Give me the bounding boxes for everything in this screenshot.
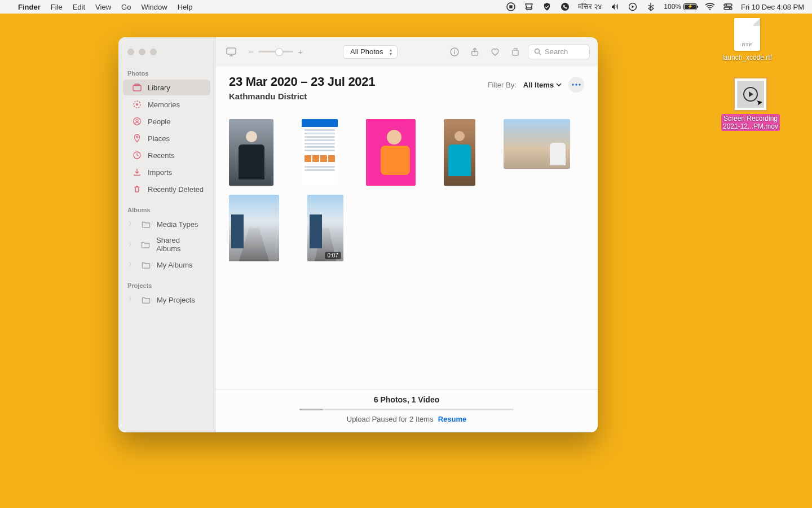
photo-thumbnail[interactable] <box>229 195 279 261</box>
filter-by-button[interactable]: All Items <box>523 81 562 89</box>
svg-rect-6 <box>724 7 732 10</box>
menubar-right: मंसिर २४ 100% ⚡ Fri 10 Dec 4 <box>506 2 804 12</box>
photo-thumbnail[interactable] <box>504 119 570 169</box>
volume-icon[interactable] <box>610 2 620 12</box>
sidebar-item-media-types[interactable]: 〉 Media Types <box>123 216 210 232</box>
chevron-down-icon <box>556 82 562 87</box>
svg-rect-17 <box>227 48 236 54</box>
photos-window: Photos Library Memories People <box>118 37 598 432</box>
sidebar-item-recents[interactable]: Recents <box>123 147 210 163</box>
cursor-icon: ➤ <box>756 97 764 107</box>
view-select[interactable]: All Photos ▲▼ <box>343 45 398 59</box>
folder-icon <box>141 239 151 249</box>
photo-thumbnail[interactable] <box>444 119 475 186</box>
svg-point-25 <box>575 84 577 85</box>
photo-thumbnail[interactable] <box>302 119 338 186</box>
svg-point-26 <box>579 84 580 85</box>
zoom-knob[interactable] <box>276 49 283 55</box>
video-thumbnail[interactable]: 0:07 <box>307 195 343 261</box>
sidebar-item-people[interactable]: People <box>123 113 210 129</box>
chevron-right-icon: 〉 <box>127 220 135 228</box>
desktop-file-mov[interactable]: ➤ Screen Recording 2021-12...PM.mov <box>720 77 782 131</box>
sidebar-section-albums-label: Albums <box>118 203 215 216</box>
window-close-button[interactable] <box>127 49 134 55</box>
menubar-clock[interactable]: Fri 10 Dec 4:08 PM <box>741 3 804 11</box>
control-center-icon[interactable] <box>723 2 733 12</box>
svg-point-15 <box>136 136 138 138</box>
svg-rect-5 <box>724 4 732 6</box>
sidebar-item-label: Media Types <box>157 220 198 229</box>
search-input[interactable]: Search <box>528 45 590 59</box>
photo-grid[interactable]: 0:07 <box>215 106 598 389</box>
slideshow-button[interactable] <box>223 44 239 60</box>
svg-point-14 <box>136 120 138 122</box>
battery-status[interactable]: 100% ⚡ <box>664 3 697 11</box>
sidebar-item-memories[interactable]: Memories <box>123 97 210 112</box>
menu-file[interactable]: File <box>51 3 63 11</box>
sidebar-item-recently-deleted[interactable]: Recently Deleted <box>123 181 210 197</box>
ellipsis-icon <box>572 84 581 86</box>
zoom-track[interactable] <box>258 51 293 52</box>
sidebar-item-places[interactable]: Places <box>123 130 210 146</box>
menu-window[interactable]: Window <box>141 3 167 11</box>
wifi-icon[interactable] <box>705 2 715 12</box>
desktop-file-rtf[interactable]: RTF launch_xcode.rtf <box>716 18 778 62</box>
menu-help[interactable]: Help <box>178 3 193 11</box>
sidebar-item-label: My Projects <box>157 296 195 304</box>
svg-point-2 <box>561 3 569 11</box>
sidebar-item-label: Places <box>148 134 170 143</box>
more-button[interactable] <box>568 77 584 93</box>
folder-icon <box>141 260 151 270</box>
upload-progress <box>299 409 514 410</box>
sidebar-item-my-albums[interactable]: 〉 My Albums <box>123 257 210 273</box>
sidebar-item-label: Recents <box>148 151 175 160</box>
sidebar-item-imports[interactable]: Imports <box>123 164 210 180</box>
sidebar-item-my-projects[interactable]: 〉 My Projects <box>123 292 210 308</box>
menubar-app-name[interactable]: Finder <box>18 3 41 11</box>
sidebar-item-shared-albums[interactable]: 〉 Shared Albums <box>123 233 210 256</box>
zoom-slider[interactable]: − + <box>247 47 304 56</box>
sidebar-section-projects-label: Projects <box>118 279 215 291</box>
shield-icon[interactable] <box>542 2 552 12</box>
window-minimize-button[interactable] <box>139 49 145 55</box>
svg-point-19 <box>454 49 455 50</box>
toolbar: − + All Photos ▲▼ <box>215 37 598 67</box>
menubar-left: Finder File Edit View Go Window Help <box>8 3 192 11</box>
window-zoom-button[interactable] <box>150 49 157 55</box>
menu-edit[interactable]: Edit <box>73 3 85 11</box>
date-range-title: 23 Mar 2020 – 23 Jul 2021 <box>229 75 488 89</box>
photo-thumbnail[interactable] <box>366 119 416 186</box>
sidebar-item-label: My Albums <box>157 261 193 269</box>
filter-value-text: All Items <box>523 81 554 89</box>
imports-icon <box>132 167 142 177</box>
sidebar-item-library[interactable]: Library <box>123 80 210 95</box>
record-stop-icon[interactable] <box>506 2 516 12</box>
info-button[interactable] <box>447 44 462 60</box>
tray-icon[interactable] <box>524 2 534 12</box>
rtf-badge: RTF <box>734 42 760 47</box>
svg-point-12 <box>136 103 138 106</box>
bluetooth-icon[interactable] <box>646 2 656 12</box>
battery-percentage: 100% <box>664 3 681 11</box>
recents-icon <box>132 150 142 160</box>
favorite-button[interactable] <box>487 44 503 60</box>
battery-icon: ⚡ <box>683 3 697 10</box>
zoom-in-button[interactable]: + <box>297 47 304 56</box>
svg-rect-10 <box>135 84 139 86</box>
sidebar: Photos Library Memories People <box>118 37 215 432</box>
upload-status: Upload Paused for 2 Items Resume <box>347 415 467 423</box>
rotate-button[interactable] <box>508 44 523 60</box>
photo-thumbnail[interactable] <box>229 119 273 186</box>
zoom-out-button[interactable]: − <box>247 47 255 56</box>
viber-icon[interactable] <box>560 2 570 12</box>
menu-view[interactable]: View <box>95 3 111 11</box>
window-traffic-lights <box>118 37 215 67</box>
menu-go[interactable]: Go <box>121 3 131 11</box>
menubar: Finder File Edit View Go Window Help मंस… <box>0 0 812 14</box>
resume-button[interactable]: Resume <box>438 415 467 423</box>
now-playing-icon[interactable] <box>628 2 638 12</box>
share-button[interactable] <box>467 44 483 60</box>
people-icon <box>132 116 142 126</box>
menubar-date-nepali[interactable]: मंसिर २४ <box>578 2 602 11</box>
location-subtitle: Kathmandu District <box>229 91 488 101</box>
